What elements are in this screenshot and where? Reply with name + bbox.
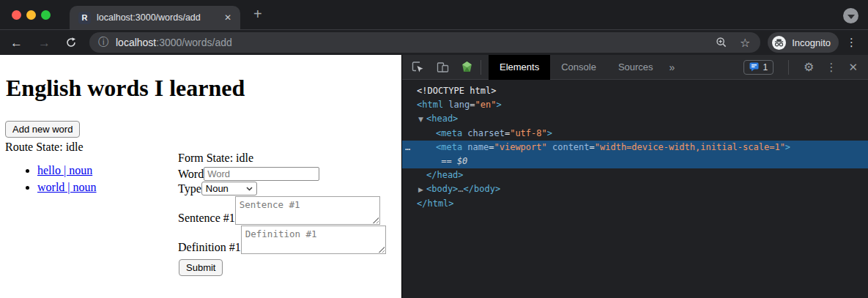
browser-window: R localhost:3000/words/add ✕ + ← → ⓘ loc… <box>0 0 868 298</box>
devtools-panel: Elements Console Sources » 1 ⚙ ⋮ <box>401 55 868 298</box>
devtools-menu-button[interactable]: ⋮ <box>826 61 837 74</box>
type-select[interactable]: Noun <box>201 182 257 195</box>
definition-row: Definition #1 <box>178 226 386 254</box>
incognito-glyph <box>774 39 784 47</box>
code-token-attr: lang <box>443 100 470 110</box>
code-token-tag: </html> <box>417 198 454 209</box>
toolbar-divider <box>788 60 789 75</box>
green-gem-glyph <box>461 61 473 73</box>
device-toolbar-icon <box>437 61 449 73</box>
inspect-cursor-icon <box>412 61 424 73</box>
browser-update-button[interactable] <box>843 8 858 23</box>
code-token-dim: … <box>458 184 463 194</box>
code-token-attr: content <box>547 142 590 152</box>
code-token-plain: <!DOCTYPE html> <box>417 86 496 96</box>
word-input[interactable] <box>204 167 319 181</box>
devtools-code-line[interactable]: <!DOCTYPE html> <box>402 84 868 98</box>
devtools-code-line[interactable]: </head> <box>402 168 868 182</box>
reload-button[interactable] <box>65 37 77 48</box>
page-title: English words I learned <box>6 75 401 102</box>
code-token-val: "width=device-width,initial-scale=1" <box>595 142 785 152</box>
extension-gem-icon[interactable] <box>461 61 473 73</box>
devtools-code-line[interactable]: </html> <box>402 197 868 211</box>
word-row: Word <box>178 167 386 181</box>
word-link[interactable]: world | noun <box>37 181 97 193</box>
tab-sources[interactable]: Sources <box>607 55 664 80</box>
elements-tree: <!DOCTYPE html><html lang="en">▼<head><m… <box>402 80 868 211</box>
add-word-form: Form State: idle Word Type Noun Sentenc <box>178 152 386 276</box>
code-token-val: "viewport" <box>494 142 546 152</box>
definition-label: Definition #1 <box>178 240 241 254</box>
devtools-code-line[interactable]: ▼<head> <box>402 112 868 127</box>
minimize-window-button[interactable] <box>26 10 36 20</box>
sentence-label: Sentence #1 <box>178 211 235 225</box>
sentence-textarea-wrap <box>235 196 380 225</box>
incognito-label: Incognito <box>792 37 831 48</box>
tab-elements[interactable]: Elements <box>489 55 550 80</box>
web-page: English words I learned Add new word Rou… <box>0 55 401 298</box>
device-toolbar-button[interactable] <box>437 61 449 73</box>
url-text[interactable]: localhost:3000/words/add <box>116 37 232 48</box>
code-token-tag: </body> <box>464 184 501 194</box>
incognito-icon <box>772 36 786 50</box>
tab-console[interactable]: Console <box>550 55 607 80</box>
back-button[interactable]: ← <box>10 37 23 49</box>
devtools-code-line[interactable]: <html lang="en"> <box>402 98 868 112</box>
add-new-word-button[interactable]: Add new word <box>5 121 80 138</box>
definition-textarea-wrap <box>241 226 386 254</box>
code-token-eq: == $0 <box>436 156 467 166</box>
issues-counter[interactable]: 1 <box>743 60 774 75</box>
page-zoom-icon[interactable] <box>716 37 727 48</box>
word-link[interactable]: hello | noun <box>37 164 92 176</box>
code-token-tag: <head> <box>426 113 458 124</box>
browser-menu-button[interactable]: ⋮ <box>846 36 857 49</box>
code-token-tag: <body> <box>426 184 458 194</box>
code-token-tag: > <box>785 142 790 152</box>
address-bar[interactable]: ⓘ localhost:3000/words/add ☆ <box>89 32 760 53</box>
code-token-tag: </head> <box>426 170 464 180</box>
definition-textarea[interactable] <box>241 226 386 254</box>
more-tabs-button[interactable]: » <box>669 62 675 73</box>
site-info-icon[interactable]: ⓘ <box>98 36 108 49</box>
reload-icon <box>65 37 77 48</box>
type-label: Type <box>178 182 201 195</box>
magnifier-plus-icon <box>716 37 727 48</box>
toolbar-divider <box>481 60 481 75</box>
issues-bubble-icon <box>749 62 759 72</box>
new-tab-button[interactable]: + <box>253 6 262 23</box>
fullscreen-window-button[interactable] <box>41 10 51 20</box>
bookmark-star-icon[interactable]: ☆ <box>740 36 750 50</box>
incognito-badge: Incognito <box>768 32 839 53</box>
code-token-val: "en" <box>475 100 496 110</box>
chevron-down-icon <box>246 187 253 191</box>
code-token-plain: = <box>590 142 595 152</box>
word-label: Word <box>178 167 204 181</box>
url-host: localhost <box>116 37 156 48</box>
devtools-settings-button[interactable]: ⚙ <box>804 60 814 74</box>
type-row: Type Noun <box>178 182 386 195</box>
browser-tab[interactable]: R localhost:3000/words/add ✕ <box>70 6 240 29</box>
devtools-code-line[interactable]: == $0 <box>402 154 868 168</box>
devtools-code-line[interactable]: …<meta name="viewport" content="width=de… <box>402 141 868 154</box>
code-token-attr: name <box>462 142 489 152</box>
devtools-close-button[interactable]: ✕ <box>848 61 858 74</box>
code-token-tag: <meta <box>436 142 462 152</box>
tab-title: localhost:3000/words/add <box>97 12 220 23</box>
devtools-code-line[interactable]: <meta charset="utf-8"> <box>402 127 868 141</box>
sentence-row: Sentence #1 <box>178 196 386 225</box>
resize-handle-icon[interactable] <box>378 246 385 253</box>
forward-button[interactable]: → <box>38 37 51 49</box>
devtools-code-line[interactable]: ▶<body>…</body> <box>402 182 868 197</box>
inspect-element-button[interactable] <box>412 61 424 73</box>
close-window-button[interactable] <box>12 10 21 20</box>
code-token-arrow: ▼ <box>418 113 426 127</box>
tab-close-icon[interactable]: ✕ <box>224 12 231 23</box>
code-token-val: "utf-8" <box>510 128 547 138</box>
remix-favicon-icon: R <box>78 12 91 24</box>
window-controls <box>12 10 51 20</box>
tab-strip: R localhost:3000/words/add ✕ + <box>0 0 868 29</box>
submit-button[interactable]: Submit <box>179 259 223 276</box>
devtools-toolbar: Elements Console Sources » 1 ⚙ ⋮ <box>402 55 868 80</box>
sentence-textarea[interactable] <box>235 196 380 225</box>
resize-handle-icon[interactable] <box>372 217 379 223</box>
